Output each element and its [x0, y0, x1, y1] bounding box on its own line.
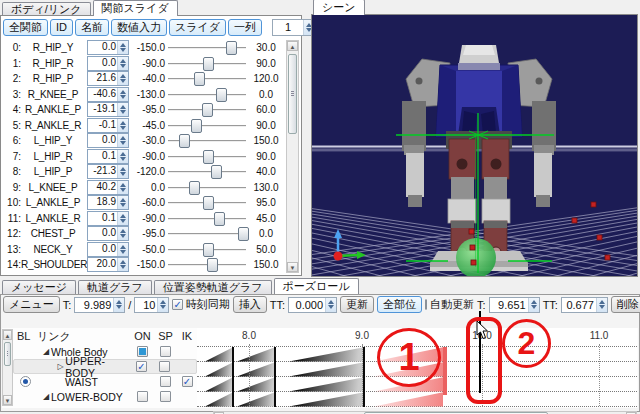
keyframe-segment[interactable]	[237, 347, 275, 407]
joint-value-spinner[interactable]: -19.1	[87, 102, 129, 117]
checked-checkbox[interactable]: ✓	[182, 376, 193, 387]
spinner-arrows-icon[interactable]	[117, 258, 128, 271]
time-sync-checkbox[interactable]: ✓	[172, 299, 182, 310]
joint-value-spinner[interactable]: 0.0	[87, 226, 129, 241]
slider-thumb[interactable]	[238, 227, 249, 241]
tab-tab[interactable]: 位置姿勢軌道グラフ	[154, 280, 272, 294]
link-row-waist[interactable]: WAIST✓	[13, 374, 197, 389]
slider-thumb[interactable]	[214, 212, 225, 226]
timeline-tracks[interactable]	[197, 346, 637, 407]
slider-thumb[interactable]	[203, 150, 214, 164]
slider-thumb[interactable]	[211, 165, 222, 179]
joint-value-spinner[interactable]: 20.0	[87, 257, 129, 272]
unchecked-checkbox[interactable]	[160, 346, 171, 357]
unchecked-checkbox[interactable]	[160, 391, 171, 402]
joint-slider[interactable]	[167, 226, 247, 241]
insert-button[interactable]: 挿入	[233, 296, 267, 313]
joint-value-spinner[interactable]: 0.1	[87, 211, 129, 226]
slider-thumb[interactable]	[202, 103, 213, 117]
joint-slider[interactable]	[167, 102, 247, 117]
joint-value-spinner[interactable]: 0.0	[87, 56, 129, 71]
menu-button[interactable]: メニュー	[3, 296, 60, 313]
spinner-arrows-icon[interactable]	[117, 165, 128, 178]
spinner-arrows-icon[interactable]	[157, 298, 168, 312]
keyframe-segment[interactable]	[205, 347, 233, 407]
joint-value-spinner[interactable]: -40.6	[87, 87, 129, 102]
slider-thumb[interactable]	[189, 181, 200, 195]
joint-slider[interactable]	[167, 87, 247, 102]
joint-slider[interactable]	[167, 133, 247, 148]
spinner-arrows-icon[interactable]	[117, 243, 128, 256]
spinner-arrows-icon[interactable]	[528, 298, 539, 312]
joint-slider[interactable]	[167, 257, 247, 272]
joint-slider[interactable]	[167, 180, 247, 195]
joint-slider[interactable]	[167, 211, 247, 226]
slider-thumb[interactable]	[191, 119, 202, 133]
joint-value-spinner[interactable]: 0.0	[87, 40, 129, 55]
toolbar-button[interactable]: 数値入力	[111, 19, 167, 36]
scrollbar-thumb[interactable]	[288, 54, 297, 134]
tree-scrollbar[interactable]: ▲ ▼	[2, 329, 13, 406]
unchecked-checkbox[interactable]	[159, 361, 170, 372]
joint-value-spinner[interactable]: -21.3	[87, 164, 129, 179]
joint-value-spinner[interactable]: -0.1	[87, 118, 129, 133]
joint-value-spinner[interactable]: 0.1	[87, 149, 129, 164]
joint-slider[interactable]	[167, 149, 247, 164]
slider-thumb[interactable]	[203, 57, 214, 71]
joint-slider[interactable]	[167, 56, 247, 71]
tab-active[interactable]: 関節スライダ	[93, 0, 178, 16]
spinner-arrows-icon[interactable]	[117, 150, 128, 163]
link-row-upper-body[interactable]: ▷UPPER-BODY✓	[13, 359, 197, 374]
scroll-down-icon[interactable]: ▼	[287, 262, 298, 272]
tab-tab[interactable]: 軌道グラフ	[78, 280, 152, 294]
slider-thumb[interactable]	[216, 88, 227, 102]
joint-slider[interactable]	[167, 242, 247, 257]
tt2-spinner[interactable]: 0.677	[561, 297, 608, 313]
spinner-arrows-icon[interactable]	[325, 298, 336, 312]
joint-value-spinner[interactable]: 40.2	[87, 180, 129, 195]
columns-spinner[interactable]: 1	[272, 19, 315, 36]
spinner-arrows-icon[interactable]	[117, 88, 128, 101]
spinner-arrows-icon[interactable]	[117, 227, 128, 240]
joint-slider[interactable]	[167, 40, 247, 55]
timeline[interactable]: 8.09.010.011.0	[197, 328, 637, 407]
unchecked-checkbox[interactable]	[137, 391, 148, 402]
link-row-lower-body[interactable]: ◢LOWER-BODY	[13, 389, 197, 404]
unchecked-checkbox[interactable]	[160, 376, 171, 387]
scroll-up-icon[interactable]: ▲	[3, 330, 12, 340]
spinner-arrows-icon[interactable]	[117, 57, 128, 70]
tt-spinner[interactable]: 0.000	[288, 297, 337, 313]
partial-checkbox[interactable]	[137, 346, 148, 357]
scene-viewport[interactable]	[311, 14, 638, 277]
all-parts-button[interactable]: 全部位	[377, 296, 422, 313]
checked-checkbox[interactable]: ✓	[136, 361, 147, 372]
expander-collapsed-icon[interactable]: ▷	[56, 362, 65, 371]
tab-scene[interactable]: シーン	[313, 0, 365, 15]
spinner-arrows-icon[interactable]	[117, 103, 128, 116]
spinner-arrows-icon[interactable]	[113, 298, 124, 312]
toolbar-button[interactable]: 全関節	[3, 19, 48, 36]
toolbar-button[interactable]: 一列	[228, 19, 262, 36]
joint-list-scrollbar[interactable]: ▲ ▼	[286, 40, 299, 273]
expander-expanded-icon[interactable]: ◢	[41, 392, 51, 401]
keyframe-segment-selected[interactable]	[374, 347, 443, 407]
tab-active[interactable]: ポーズロール	[274, 278, 359, 294]
joint-slider[interactable]	[167, 164, 247, 179]
spinner-arrows-icon[interactable]	[117, 212, 128, 225]
slider-thumb[interactable]	[203, 243, 214, 257]
slider-thumb[interactable]	[226, 41, 237, 55]
joint-slider[interactable]	[167, 195, 247, 210]
spinner-arrows-icon[interactable]	[596, 298, 607, 312]
time-max-spinner[interactable]: 10	[134, 297, 169, 313]
time-spinner[interactable]: 9.989	[74, 297, 125, 313]
bl-radio[interactable]	[20, 376, 31, 387]
joint-slider[interactable]	[167, 118, 247, 133]
slider-thumb[interactable]	[194, 72, 205, 86]
spinner-arrows-icon[interactable]	[117, 196, 128, 209]
update-button[interactable]: 更新	[340, 296, 374, 313]
tab-tab[interactable]: ボディ/リンク	[2, 2, 91, 16]
joint-value-spinner[interactable]: 0.0	[87, 133, 129, 148]
joint-value-spinner[interactable]: 18.9	[87, 195, 129, 210]
toolbar-button[interactable]: スライダ	[169, 19, 226, 36]
slider-thumb[interactable]	[203, 196, 214, 210]
